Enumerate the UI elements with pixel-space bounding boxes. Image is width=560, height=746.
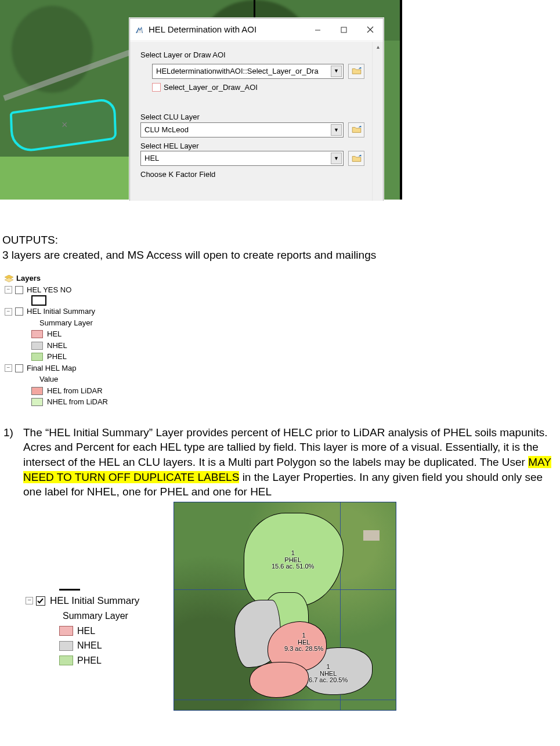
close-button[interactable]: [357, 19, 383, 41]
map-label-phel: 1PHEL15.6 ac. 51.0%: [272, 550, 314, 570]
layer-hel-initial-summary[interactable]: HEL Initial Summary: [27, 306, 95, 317]
svg-rect-1: [341, 27, 346, 32]
swatch-nhel: [31, 342, 43, 350]
clu-browse-button[interactable]: [348, 122, 364, 137]
legend-nhel-lidar: NHEL from LiDAR: [47, 396, 108, 408]
aoi-centroid-icon: ×: [62, 118, 68, 132]
layer-checkbox[interactable]: [15, 364, 23, 372]
dropdown-icon[interactable]: ▼: [331, 66, 342, 77]
map-label-hel: 1HEL9.3 ac. 28.5%: [284, 632, 323, 653]
legend-hel: HEL: [47, 328, 62, 340]
layers-icon: [5, 275, 13, 283]
clu-label: Select CLU Layer: [140, 112, 364, 122]
hel-layer-combo[interactable]: HEL ▼: [140, 151, 344, 166]
outputs-heading: OUTPUTS:: [2, 233, 558, 248]
layer-checkbox-checked[interactable]: [36, 596, 45, 606]
collapse-icon[interactable]: −: [5, 308, 12, 316]
minimize-button[interactable]: [305, 19, 331, 41]
hel-dialog-over-aerial-screenshot: × HEL Determination with AOI ▴ Select: [0, 0, 402, 202]
scroll-up-icon[interactable]: ▴: [373, 42, 383, 52]
swatch-hel: [31, 330, 43, 338]
gridline: [174, 700, 396, 700]
hel-determination-dialog: HEL Determination with AOI ▴ Select Laye…: [129, 18, 384, 201]
aoi-layer-combo[interactable]: HELdeterminationwithAOI::Select_Layer_or…: [152, 64, 344, 79]
layer-hel-yes-no[interactable]: HEL YES NO: [27, 284, 71, 296]
maximize-button[interactable]: [331, 19, 357, 41]
swatch-hel-lidar: [31, 387, 43, 395]
legend-nhel: NHEL: [77, 638, 102, 653]
dropdown-icon[interactable]: ▼: [331, 124, 342, 136]
clu-layer-combo[interactable]: CLU McLeod ▼: [140, 122, 344, 137]
legend-hel-lidar: HEL from LiDAR: [47, 385, 103, 397]
aoi-combo-value: HELdeterminationwithAOI::Select_Layer_or…: [156, 66, 319, 77]
layers-title: Layers: [16, 273, 41, 284]
map-label-nhel: 1NHEL6.7 ac. 20.5%: [309, 664, 348, 684]
hel-summary-map: 1PHEL15.6 ac. 51.0% 1HEL9.3 ac. 28.5% 1N…: [174, 502, 396, 711]
hel-initial-summary-legend: − HEL Initial Summary Summary Layer HEL …: [26, 589, 174, 668]
layers-toc-screenshot: Layers −HEL YES NO −HEL Initial Summary …: [5, 273, 125, 408]
dialog-title: HEL Determination with AOI: [149, 24, 256, 35]
aoi-section-label: Select Layer or Draw AOI: [140, 50, 364, 60]
swatch-phel: [31, 353, 43, 361]
dialog-scrollbar[interactable]: ▴: [372, 42, 383, 201]
list-number: 1): [3, 425, 23, 499]
swatch-phel: [59, 656, 73, 665]
layer-checkbox[interactable]: [15, 286, 23, 294]
legend-hel: HEL: [77, 624, 95, 639]
legend-phel: PHEL: [77, 653, 102, 668]
summary-layer-label: Summary Layer: [39, 317, 93, 329]
swatch-nhel: [59, 641, 73, 651]
swatch-hel: [59, 626, 73, 636]
tool-icon: [135, 25, 144, 34]
clu-combo-value: CLU McLeod: [144, 125, 189, 135]
legend-subtitle: Summary Layer: [63, 609, 128, 624]
hel-combo-value: HEL: [144, 153, 159, 164]
symbol-outline: [31, 295, 46, 306]
hel-label: Select HEL Layer: [140, 141, 364, 151]
outputs-subtext: 3 layers are created, and MS Access will…: [2, 248, 558, 263]
collapse-icon[interactable]: −: [5, 286, 12, 294]
swatch-nhel-lidar: [31, 398, 43, 406]
aoi-checkbox[interactable]: [152, 83, 161, 92]
legend-phel: PHEL: [47, 351, 67, 363]
list-item-1-text: The “HEL Initial Summary” Layer provides…: [23, 425, 557, 499]
hel-browse-button[interactable]: [348, 151, 364, 166]
kfactor-label: Choose K Factor Field: [140, 169, 364, 180]
legend-nhel: NHEL: [47, 340, 67, 352]
layer-final-hel-map[interactable]: Final HEL Map: [27, 363, 77, 374]
legend-title[interactable]: HEL Initial Summary: [50, 593, 139, 609]
dropdown-icon[interactable]: ▼: [331, 153, 342, 164]
collapse-icon[interactable]: −: [26, 597, 33, 604]
aoi-checkbox-label: Select_Layer_or_Draw_AOI: [164, 82, 258, 93]
collapse-icon[interactable]: −: [5, 364, 12, 372]
layer-checkbox[interactable]: [15, 307, 23, 316]
value-label: Value: [39, 374, 58, 385]
aoi-browse-button[interactable]: [348, 64, 364, 79]
